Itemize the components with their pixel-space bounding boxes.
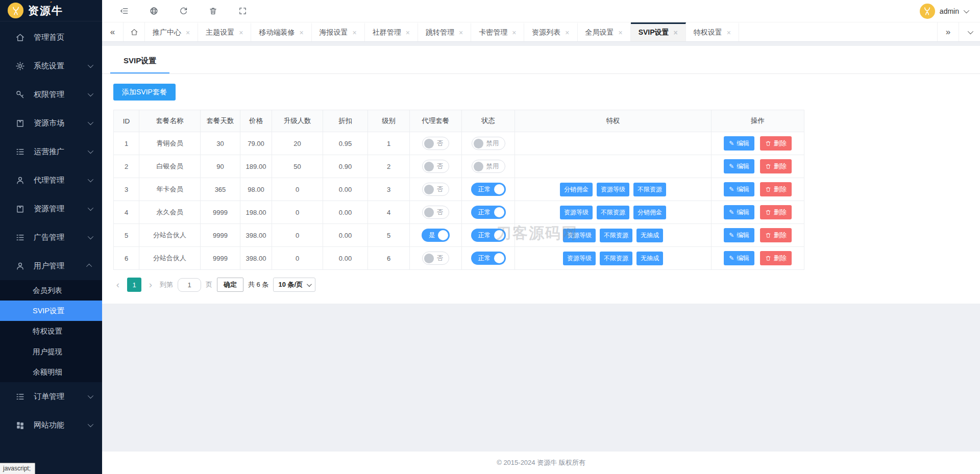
sidebar-item-ads[interactable]: 广告管理 xyxy=(0,223,102,252)
sidebar-item-users[interactable]: 用户管理 xyxy=(0,252,102,280)
trash-icon[interactable] xyxy=(198,0,228,22)
status-toggle[interactable]: 禁用 xyxy=(472,160,505,173)
submenu-item-privilege-settings[interactable]: 特权设置 xyxy=(0,321,102,341)
tab-mobile-decoration[interactable]: 移动端装修× xyxy=(251,22,311,41)
total-count-label: 共 6 条 xyxy=(248,280,268,289)
agent-toggle[interactable]: 否 xyxy=(422,160,450,173)
fullscreen-icon[interactable] xyxy=(228,0,257,22)
next-page-button[interactable]: › xyxy=(146,279,155,290)
edit-button[interactable]: ✎编辑 xyxy=(724,228,754,242)
close-icon[interactable]: × xyxy=(186,29,190,37)
privilege-badge: 资源等级 xyxy=(597,183,629,196)
close-icon[interactable]: × xyxy=(565,29,569,37)
delete-button[interactable]: 删除 xyxy=(760,159,792,173)
cell-days: 9999 xyxy=(201,247,240,270)
edit-button[interactable]: ✎编辑 xyxy=(724,136,754,151)
tab-poster-settings[interactable]: 海报设置× xyxy=(312,22,365,41)
browser-status-tooltip: javascript; xyxy=(0,463,35,474)
tab-options-dropdown[interactable] xyxy=(959,22,980,41)
page-size-select[interactable]: 10 条/页 xyxy=(273,278,315,292)
status-toggle[interactable]: 正常 xyxy=(471,206,506,219)
close-icon[interactable]: × xyxy=(459,29,463,37)
scroll-tabs-right-button[interactable]: » xyxy=(937,22,959,41)
sidebar-item-orders[interactable]: 订单管理 xyxy=(0,382,102,411)
submenu-item-svip-settings[interactable]: SVIP设置 xyxy=(0,301,102,321)
delete-button[interactable]: 删除 xyxy=(760,228,792,242)
status-toggle[interactable]: 正常 xyxy=(471,183,506,196)
sidebar-item-permissions[interactable]: 权限管理 xyxy=(0,80,102,109)
key-icon xyxy=(15,90,25,99)
edit-button[interactable]: ✎编辑 xyxy=(724,205,754,219)
agent-toggle[interactable]: 否 xyxy=(422,206,450,219)
agent-toggle[interactable]: 是 xyxy=(422,229,450,242)
close-icon[interactable]: × xyxy=(619,29,623,37)
sidebar-item-resource-market[interactable]: 资源市场 xyxy=(0,109,102,137)
tab-global-settings[interactable]: 全局设置× xyxy=(578,22,631,41)
close-icon[interactable]: × xyxy=(239,29,243,37)
privilege-badge: 分销佣金 xyxy=(633,206,666,219)
edit-button[interactable]: ✎编辑 xyxy=(724,251,754,265)
content: 刀客源码网 SVIP设置 添加SVIP套餐 ID 套餐名称 套餐天数 xyxy=(102,42,980,474)
collapse-menu-icon[interactable] xyxy=(109,0,139,22)
chevron-down-icon xyxy=(88,393,93,398)
home-tab-icon[interactable] xyxy=(124,22,145,41)
cell-privileges xyxy=(515,132,712,155)
sidebar-item-site-features[interactable]: 网站功能 xyxy=(0,411,102,439)
brand-logo[interactable]: 资源牛 ˊ xyxy=(0,0,102,21)
cell-privileges xyxy=(515,155,712,178)
close-icon[interactable]: × xyxy=(299,29,303,37)
delete-button[interactable]: 删除 xyxy=(760,205,792,219)
agent-toggle[interactable]: 否 xyxy=(422,252,450,265)
submenu-item-member-list[interactable]: 会员列表 xyxy=(0,280,102,301)
table-row: 1 青铜会员 30 79.00 20 0.95 1 否 禁用 ✎编辑 xyxy=(114,132,804,155)
close-icon[interactable]: × xyxy=(406,29,410,37)
add-svip-package-button[interactable]: 添加SVIP套餐 xyxy=(113,84,176,101)
status-toggle[interactable]: 正常 xyxy=(471,229,506,242)
edit-button[interactable]: ✎编辑 xyxy=(724,159,754,173)
sidebar-item-dashboard[interactable]: 管理首页 xyxy=(0,23,102,52)
close-icon[interactable]: × xyxy=(353,29,357,37)
edit-button[interactable]: ✎编辑 xyxy=(724,182,754,196)
privilege-badge: 分销佣金 xyxy=(560,183,593,196)
cell-days: 9999 xyxy=(201,201,240,224)
tab-community-manage[interactable]: 社群管理× xyxy=(365,22,418,41)
agent-toggle[interactable]: 否 xyxy=(422,183,450,196)
submenu-item-balance-detail[interactable]: 余额明细 xyxy=(0,362,102,382)
scroll-tabs-left-button[interactable]: « xyxy=(102,22,124,41)
users-submenu: 会员列表 SVIP设置 特权设置 用户提现 余额明细 xyxy=(0,280,102,382)
sidebar-item-operation[interactable]: 运营推广 xyxy=(0,137,102,166)
confirm-page-button[interactable]: 确定 xyxy=(217,278,243,292)
delete-button[interactable]: 删除 xyxy=(760,251,792,265)
status-toggle[interactable]: 禁用 xyxy=(472,137,505,150)
table-row: 3 年卡会员 365 98.00 0 0.00 3 否 正常 分销佣金资源等级不… xyxy=(114,178,804,201)
trash-icon xyxy=(765,255,771,261)
delete-button[interactable]: 删除 xyxy=(760,136,792,151)
close-icon[interactable]: × xyxy=(727,29,731,37)
user-menu[interactable]: admin xyxy=(920,4,980,19)
refresh-icon[interactable] xyxy=(168,0,198,22)
tab-theme-settings[interactable]: 主题设置× xyxy=(198,22,251,41)
tab-promotion-center[interactable]: 推广中心× xyxy=(145,22,198,41)
tab-svip-settings[interactable]: SVIP设置× xyxy=(631,22,686,41)
tab-resource-list[interactable]: 资源列表× xyxy=(524,22,577,41)
close-icon[interactable]: × xyxy=(674,29,678,37)
delete-button[interactable]: 删除 xyxy=(760,182,792,196)
sidebar-item-agents[interactable]: 代理管理 xyxy=(0,166,102,194)
globe-icon[interactable] xyxy=(139,0,168,22)
tab-card-key-manage[interactable]: 卡密管理× xyxy=(471,22,524,41)
caret-down-icon xyxy=(307,282,312,287)
submenu-item-withdrawals[interactable]: 用户提现 xyxy=(0,341,102,362)
chevron-down-icon xyxy=(88,177,93,182)
sidebar-item-resource-manage[interactable]: 资源管理 xyxy=(0,194,102,223)
status-toggle[interactable]: 正常 xyxy=(471,252,506,265)
sidebar-item-system[interactable]: 系统设置 xyxy=(0,52,102,80)
tab-privilege-settings[interactable]: 特权设置× xyxy=(686,22,739,41)
close-icon[interactable]: × xyxy=(512,29,516,37)
pagination: ‹ 1 › 到第 页 确定 共 6 条 10 条/页 xyxy=(113,278,969,292)
page-number-active[interactable]: 1 xyxy=(127,278,141,292)
card-tab-svip[interactable]: SVIP设置 xyxy=(110,53,169,73)
agent-toggle[interactable]: 否 xyxy=(422,137,450,150)
page-input[interactable] xyxy=(178,278,201,292)
tab-redirect-manage[interactable]: 跳转管理× xyxy=(418,22,471,41)
prev-page-button[interactable]: ‹ xyxy=(113,279,122,290)
